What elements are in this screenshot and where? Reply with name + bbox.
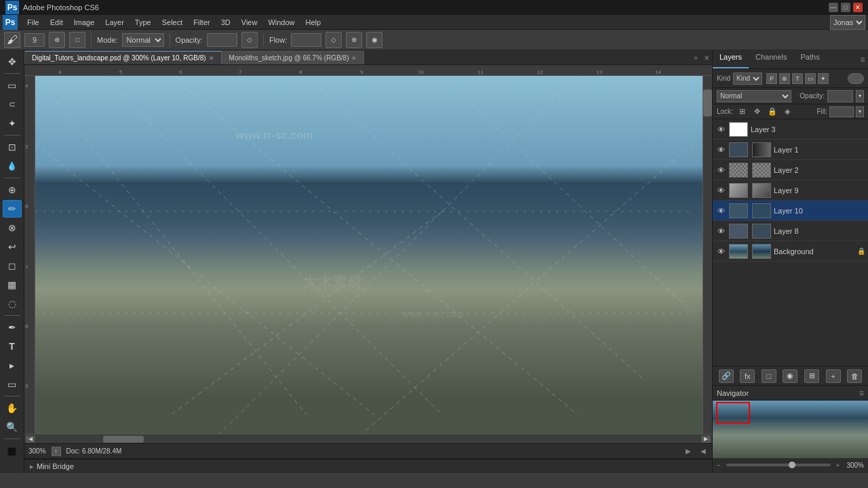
menu-view[interactable]: View — [236, 17, 263, 28]
type-filter-icon[interactable]: T — [792, 73, 803, 84]
link-layers-button[interactable]: 🔗 — [719, 369, 734, 383]
zoom-slider[interactable] — [726, 464, 831, 466]
scroll-v-thumb[interactable] — [703, 89, 712, 117]
canvas[interactable]: www.rr-sc.com 大木素材 www.rr-sc.com — [35, 76, 703, 434]
vertical-scrollbar[interactable] — [703, 76, 712, 434]
layer-opacity-input[interactable]: 100% — [827, 90, 853, 102]
new-fill-button[interactable]: ◉ — [783, 369, 797, 383]
layer-item-3[interactable]: 👁 Layer 3 — [713, 119, 868, 140]
clone-tool[interactable]: ⊗ — [3, 219, 22, 237]
menu-select[interactable]: Select — [157, 17, 189, 28]
blend-mode-select[interactable]: Normal — [122, 33, 164, 47]
brush-toggle-button[interactable]: □ — [69, 32, 85, 48]
path-select-tool[interactable]: ▸ — [3, 357, 22, 374]
timeline-next[interactable]: ◀ — [698, 447, 708, 456]
close-tab-landscape[interactable]: ✕ — [209, 55, 214, 62]
shape-filter-icon[interactable]: ▭ — [805, 73, 816, 84]
navigator-preview[interactable] — [713, 401, 868, 458]
magic-wand-tool[interactable]: ✦ — [3, 115, 22, 132]
layer-eye-1[interactable]: 👁 — [715, 144, 726, 155]
layer-item-2[interactable]: 👁 Layer 2 — [713, 160, 868, 180]
layer-item-10[interactable]: 👁 Layer 10 — [713, 201, 868, 221]
pressure-button[interactable]: ◉ — [366, 32, 382, 48]
brush-size-input[interactable] — [24, 33, 45, 47]
timeline-prev[interactable]: ▶ — [684, 447, 693, 456]
navigator-viewport-rect[interactable] — [716, 402, 750, 424]
lock-position-icon[interactable]: ✥ — [752, 106, 763, 117]
lock-pixels-icon[interactable]: ⊞ — [737, 106, 748, 117]
opacity-dropdown[interactable]: ▾ — [856, 90, 864, 102]
mini-bridge-bar[interactable]: ▸ Mini Bridge — [24, 458, 712, 473]
scroll-left-button[interactable]: ◀ — [26, 436, 35, 443]
opacity-input[interactable]: 100% — [207, 33, 237, 47]
layer-blend-mode-select[interactable]: Normal — [717, 90, 791, 102]
pixel-filter-icon[interactable]: P — [766, 73, 777, 84]
tab-close-all[interactable]: ✕ — [701, 51, 712, 64]
flow-input[interactable]: 100% — [291, 33, 321, 47]
navigator-options[interactable]: ≡ — [859, 388, 864, 398]
zoom-in-button[interactable]: + — [836, 462, 840, 469]
layer-eye-8[interactable]: 👁 — [715, 226, 726, 237]
menu-3d[interactable]: 3D — [216, 17, 236, 28]
maximize-button[interactable]: □ — [841, 3, 850, 12]
eyedropper-tool[interactable]: 💧 — [3, 157, 22, 175]
tab-channels[interactable]: Channels — [749, 50, 793, 68]
pen-tool[interactable]: ✒ — [3, 319, 22, 336]
lock-art-icon[interactable]: ◈ — [782, 106, 793, 117]
profile-selector[interactable]: Jonas — [830, 15, 865, 30]
layer-eye-2[interactable]: 👁 — [715, 165, 726, 176]
zoom-tool[interactable]: 🔍 — [3, 418, 22, 436]
menu-type[interactable]: Type — [130, 17, 157, 28]
opacity-toggle[interactable]: ◇ — [241, 32, 258, 48]
delete-layer-button[interactable]: 🗑 — [847, 369, 862, 383]
kind-select[interactable]: Kind — [733, 73, 762, 85]
shape-tool[interactable]: ▭ — [3, 375, 22, 393]
menu-image[interactable]: Image — [68, 17, 100, 28]
layer-item-9[interactable]: 👁 Layer 9 — [713, 180, 868, 201]
add-mask-button[interactable]: □ — [762, 369, 776, 383]
tab-landscape[interactable]: Digital_Tutors_landscape.psd @ 300% (Lay… — [24, 51, 222, 64]
fill-dropdown[interactable]: ▾ — [856, 106, 864, 117]
layer-eye-10[interactable]: 👁 — [715, 205, 726, 216]
layer-item-background[interactable]: 👁 Background 🔒 — [713, 241, 868, 262]
layer-eye-3[interactable]: 👁 — [715, 124, 726, 135]
hand-tool[interactable]: ✋ — [3, 399, 22, 417]
eraser-tool[interactable]: ◻ — [3, 257, 22, 274]
minimize-button[interactable]: — — [829, 3, 838, 12]
scroll-right-button[interactable]: ▶ — [701, 436, 711, 443]
adjustment-filter-icon[interactable]: ⊕ — [779, 73, 790, 84]
tab-layers[interactable]: Layers — [713, 50, 749, 68]
add-style-button[interactable]: fx — [740, 369, 755, 383]
layer-eye-9[interactable]: 👁 — [715, 185, 726, 196]
menu-window[interactable]: Window — [262, 17, 300, 28]
menu-layer[interactable]: Layer — [100, 17, 130, 28]
close-tab-monoliths[interactable]: ✕ — [351, 55, 357, 62]
layer-item-1[interactable]: 👁 Layer 1 — [713, 140, 868, 160]
smart-filter-icon[interactable]: ✦ — [818, 73, 829, 84]
tab-collapse-button[interactable]: » — [690, 51, 701, 64]
flow-toggle[interactable]: ◇ — [326, 32, 342, 48]
filter-toggle[interactable] — [848, 73, 864, 84]
gradient-tool[interactable]: ▦ — [3, 276, 22, 293]
tab-monoliths[interactable]: Monoliths_sketch.jpg @ 66.7% (RGB/8) ✕ — [222, 51, 365, 64]
zoom-out-button[interactable]: − — [717, 462, 721, 469]
scroll-h-thumb[interactable] — [103, 436, 144, 443]
move-tool[interactable]: ✥ — [3, 53, 22, 70]
new-layer-button[interactable]: + — [826, 369, 841, 383]
fill-input[interactable]: 100% — [829, 106, 854, 117]
marquee-tool[interactable]: ▭ — [3, 77, 22, 94]
spot-heal-tool[interactable]: ⊕ — [3, 181, 22, 199]
panel-options-button[interactable]: ≡ — [857, 50, 868, 69]
new-group-button[interactable]: ⊞ — [804, 369, 819, 383]
layer-eye-background[interactable]: 👁 — [715, 246, 726, 257]
menu-file[interactable]: File — [22, 17, 45, 28]
type-tool[interactable]: T — [3, 338, 22, 355]
dodge-tool[interactable]: ◌ — [3, 295, 22, 312]
history-brush-tool[interactable]: ↩ — [3, 238, 22, 256]
brush-preset-button[interactable]: 🖌 — [4, 32, 20, 48]
foreground-bg-color[interactable]: ◼ — [3, 442, 22, 460]
lock-all-icon[interactable]: 🔒 — [767, 106, 778, 117]
lasso-tool[interactable]: ⊂ — [3, 96, 22, 113]
brush-options-button[interactable]: ⊕ — [49, 32, 65, 48]
layer-item-8[interactable]: 👁 Layer 8 — [713, 221, 868, 241]
